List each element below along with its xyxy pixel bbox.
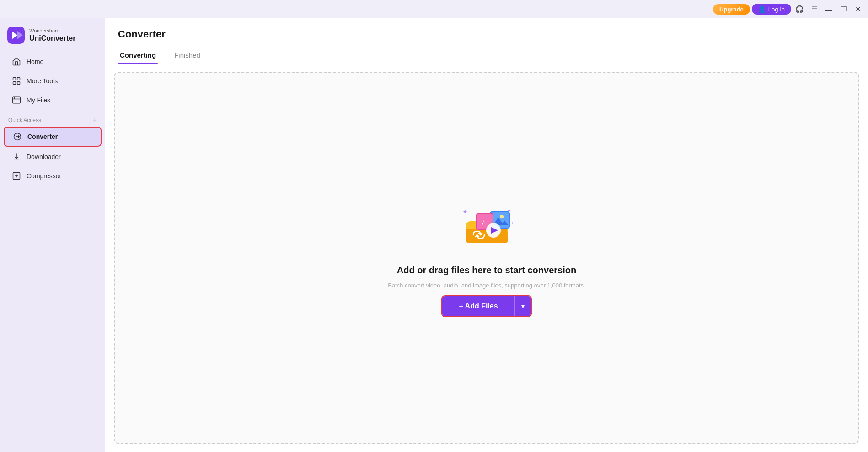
tab-finished[interactable]: Finished xyxy=(172,48,209,64)
sidebar-item-downloader[interactable]: Downloader xyxy=(4,148,102,166)
logo-top: Wondershare xyxy=(29,28,75,34)
title-bar: Upgrade 👤 Log In 🎧 ☰ — ❐ ✕ xyxy=(0,0,868,18)
compressor-icon xyxy=(12,171,21,181)
sidebar-item-more-tools-label: More Tools xyxy=(27,77,58,85)
tabs-bar: Converting Finished xyxy=(118,48,855,64)
restore-button[interactable]: ❐ xyxy=(837,3,850,16)
sidebar-item-converter-label: Converter xyxy=(27,133,58,140)
converter-icon xyxy=(13,132,22,141)
drop-sub-text: Batch convert video, audio, and image fi… xyxy=(388,282,585,289)
add-files-label: + Add Files xyxy=(459,302,498,310)
content-area: Converter Converting Finished ✦ ✦ ✦ xyxy=(105,18,868,452)
headphone-icon[interactable]: 🎧 xyxy=(793,3,806,16)
svg-rect-7 xyxy=(13,97,21,103)
svg-rect-6 xyxy=(17,82,20,85)
home-icon xyxy=(12,57,21,66)
drop-illustration: ✦ ✦ ✦ ♪ xyxy=(457,199,516,259)
sidebar-item-my-files[interactable]: My Files xyxy=(4,91,102,109)
svg-rect-4 xyxy=(17,78,20,80)
quick-access-label: Quick Access xyxy=(8,117,41,123)
svg-point-15 xyxy=(500,215,504,218)
sidebar-item-compressor-label: Compressor xyxy=(27,172,61,180)
svg-rect-5 xyxy=(13,82,16,85)
logo-area: Wondershare UniConverter xyxy=(0,24,105,52)
add-files-button[interactable]: + Add Files xyxy=(442,296,514,316)
sidebar-item-more-tools[interactable]: More Tools xyxy=(4,72,102,90)
my-files-icon xyxy=(12,96,21,105)
sidebar-item-home[interactable]: Home xyxy=(4,53,102,71)
page-title: Converter xyxy=(118,28,855,40)
minimize-button[interactable]: — xyxy=(822,3,835,16)
sidebar-item-my-files-label: My Files xyxy=(27,96,50,104)
app-logo xyxy=(7,27,25,44)
logo-bottom: UniConverter xyxy=(29,34,75,43)
close-button[interactable]: ✕ xyxy=(852,3,864,16)
logo-text: Wondershare UniConverter xyxy=(29,28,75,43)
svg-text:✦: ✦ xyxy=(462,208,468,215)
downloader-icon xyxy=(12,152,21,161)
upgrade-button[interactable]: Upgrade xyxy=(713,4,750,15)
sidebar-item-converter[interactable]: Converter xyxy=(4,127,102,147)
svg-text:♪: ♪ xyxy=(481,217,485,227)
content-header: Converter Converting Finished xyxy=(105,18,868,64)
menu-icon[interactable]: ☰ xyxy=(808,3,820,16)
sidebar-item-downloader-label: Downloader xyxy=(27,153,61,160)
more-tools-icon xyxy=(12,76,21,85)
sidebar: Wondershare UniConverter Home More Tools xyxy=(0,18,105,452)
converter-illustration: ✦ ✦ ✦ ♪ xyxy=(457,199,516,259)
user-icon: 👤 xyxy=(758,5,766,13)
drop-main-text: Add or drag files here to start conversi… xyxy=(397,265,576,276)
main-layout: Wondershare UniConverter Home More Tools xyxy=(0,18,868,452)
add-files-container: + Add Files ▾ xyxy=(441,295,531,317)
svg-text:✦: ✦ xyxy=(511,221,514,225)
sidebar-item-home-label: Home xyxy=(27,58,43,65)
drop-zone[interactable]: ✦ ✦ ✦ ♪ xyxy=(114,72,859,444)
sidebar-item-compressor[interactable]: Compressor xyxy=(4,167,102,185)
svg-rect-3 xyxy=(13,78,16,80)
quick-access-add-button[interactable]: + xyxy=(93,116,97,124)
chevron-down-icon: ▾ xyxy=(521,303,525,310)
quick-access-section: Quick Access + xyxy=(0,110,105,126)
tab-converting[interactable]: Converting xyxy=(118,48,165,64)
add-files-dropdown-button[interactable]: ▾ xyxy=(514,296,531,316)
login-button[interactable]: 👤 Log In xyxy=(752,4,791,15)
